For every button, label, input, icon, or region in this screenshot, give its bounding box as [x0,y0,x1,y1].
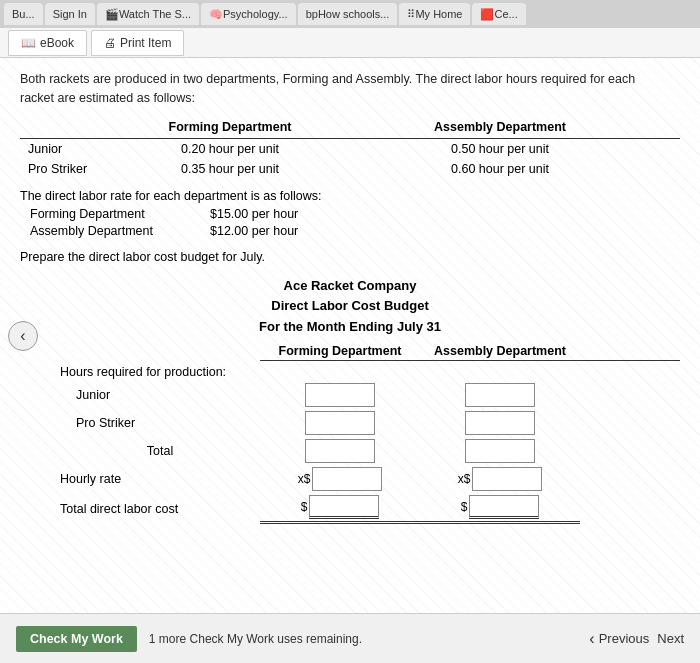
tab-print[interactable]: 🖨 Print Item [91,30,184,56]
prostriker-assembly-group [420,411,580,435]
prostriker-label: Pro Striker [60,416,260,430]
total-labor-assembly-input[interactable] [469,495,539,519]
rate-section: The direct labor rate for each departmen… [20,189,680,238]
print-icon: 🖨 [104,36,116,50]
assembly-col-header: Assembly Department [420,344,580,358]
assembly-rate-prefix: x$ [458,472,471,486]
prostriker-assembly-input[interactable] [465,411,535,435]
junior-forming-group [260,383,420,407]
browser-tab-psych[interactable]: 🧠 Psychology... [201,3,296,25]
budget-row-prostriker: Pro Striker [60,411,680,435]
forming-dept-label: Forming Department [30,207,210,221]
total-label: Total [60,444,260,458]
total-forming-group [260,439,420,463]
total-forming-input[interactable] [305,439,375,463]
forming-col-header: Forming Department [260,344,420,358]
budget-table: Forming Department Assembly Department H… [60,344,680,524]
ebook-icon: 📖 [21,36,36,50]
total-assembly-input[interactable] [465,439,535,463]
total-labor-assembly-group: $ [420,495,580,524]
app-tabs: 📖 eBook 🖨 Print Item [0,28,700,58]
ce-icon: 🟥 [480,8,494,21]
total-labor-forming-group: $ [260,495,420,524]
check-work-button[interactable]: Check My Work [16,626,137,652]
browser-tab-myhome[interactable]: ⠿ My Home [399,3,470,25]
prostriker-forming-group [260,411,420,435]
junior-forming: 0.20 hour per unit [140,138,320,159]
left-arrow-button[interactable]: ‹ [8,321,38,351]
product-prostriker: Pro Striker [20,159,140,179]
prostriker-assembly: 0.60 hour per unit [320,159,680,179]
hourly-forming-input[interactable] [312,467,382,491]
junior-forming-input[interactable] [305,383,375,407]
previous-chevron-icon: ‹ [589,630,594,648]
budget-title: Direct Labor Cost Budget [20,296,680,317]
nav-right: ‹ Previous Next [589,630,684,648]
total-labor-cost-label: Total direct labor cost [60,502,260,516]
browser-tab-bu[interactable]: Bu... [4,3,43,25]
total-assembly-group [420,439,580,463]
dept-hours-table: Forming Department Assembly Department J… [20,118,680,179]
prepare-text: Prepare the direct labor cost budget for… [20,250,680,264]
hours-label: Hours required for production: [60,365,260,379]
forming-cost-prefix: $ [301,500,308,514]
budget-row-total: Total [60,439,680,463]
assembly-dept-rate: $12.00 per hour [210,224,298,238]
assembly-dept-label: Assembly Department [30,224,210,238]
forming-rate-prefix: x$ [298,472,311,486]
watch-icon: 🎬 [105,8,119,21]
bp-icon: bp [306,8,318,20]
table-row: Pro Striker 0.35 hour per unit 0.60 hour… [20,159,680,179]
company-name: Ace Racket Company [20,276,680,297]
browser-tab-how[interactable]: bp How schools... [298,3,398,25]
junior-assembly-group [420,383,580,407]
browser-tabs: Bu... Sign In 🎬 Watch The S... 🧠 Psychol… [0,0,700,28]
rate-intro-text: The direct labor rate for each departmen… [20,189,680,203]
budget-row-junior: Junior [60,383,680,407]
browser-tab-watch[interactable]: 🎬 Watch The S... [97,3,199,25]
remaining-text: 1 more Check My Work uses remaining. [149,632,362,646]
intro-text: Both rackets are produced in two departm… [20,70,680,108]
hourly-rate-label: Hourly rate [60,472,260,486]
bottom-nav: Check My Work 1 more Check My Work uses … [0,613,700,663]
hourly-assembly-group: x$ [420,467,580,491]
tab-ebook[interactable]: 📖 eBook [8,30,87,56]
junior-label: Junior [60,388,260,402]
junior-assembly-input[interactable] [465,383,535,407]
hourly-assembly-input[interactable] [472,467,542,491]
budget-header: Ace Racket Company Direct Labor Cost Bud… [20,276,680,338]
table-row: Junior 0.20 hour per unit 0.50 hour per … [20,138,680,159]
assembly-cost-prefix: $ [461,500,468,514]
browser-tab-signin[interactable]: Sign In [45,3,95,25]
next-button[interactable]: Next [657,631,684,646]
psych-icon: 🧠 [209,8,223,21]
product-junior: Junior [20,138,140,159]
forming-dept-rate: $15.00 per hour [210,207,298,221]
junior-assembly: 0.50 hour per unit [320,138,680,159]
dept-col-forming: Forming Department [140,118,320,139]
total-labor-forming-input[interactable] [309,495,379,519]
budget-col-headers: Forming Department Assembly Department [260,344,680,361]
dots-icon: ⠿ [407,8,415,21]
rate-row-forming: Forming Department $15.00 per hour [20,207,680,221]
dept-col-product [20,118,140,139]
budget-row-hours-label: Hours required for production: [60,365,680,379]
rate-row-assembly: Assembly Department $12.00 per hour [20,224,680,238]
budget-period: For the Month Ending July 31 [20,317,680,338]
previous-button[interactable]: ‹ Previous [589,630,649,648]
dept-col-assembly: Assembly Department [320,118,680,139]
budget-row-hourly-rate: Hourly rate x$ x$ [60,467,680,491]
prostriker-forming: 0.35 hour per unit [140,159,320,179]
prostriker-forming-input[interactable] [305,411,375,435]
budget-row-total-labor-cost: Total direct labor cost $ $ [60,495,680,524]
hourly-forming-group: x$ [260,467,420,491]
browser-tab-ce[interactable]: 🟥 Ce... [472,3,525,25]
main-content: ‹ Both rackets are produced in two depar… [0,58,700,613]
